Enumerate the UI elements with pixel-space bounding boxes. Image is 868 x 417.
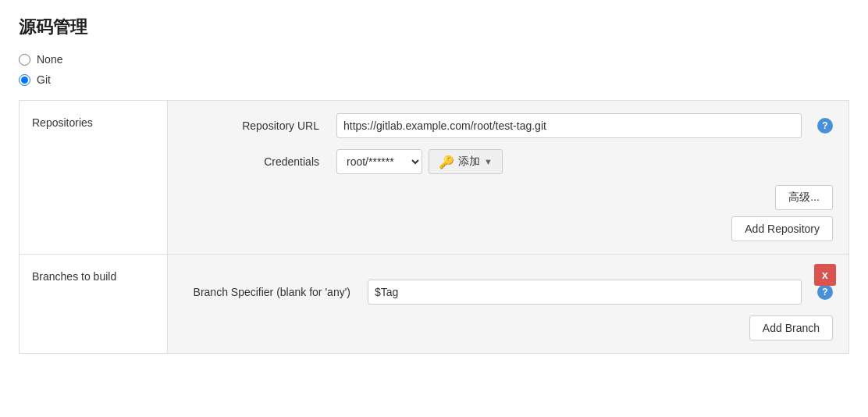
add-repository-button[interactable]: Add Repository xyxy=(731,216,833,241)
branch-help-icon[interactable]: ? xyxy=(817,284,833,300)
add-branch-btn-row: Add Branch xyxy=(187,315,833,340)
add-credentials-label: 添加 xyxy=(458,155,480,169)
credentials-controls: root/****** 🔑 添加 ▼ xyxy=(336,149,833,174)
branches-section-label: Branches to build xyxy=(20,255,168,353)
repo-url-label: Repository URL xyxy=(187,119,327,132)
dropdown-arrow-icon: ▼ xyxy=(484,157,493,166)
branches-section-content: x Branch Specifier (blank for 'any') ? A… xyxy=(168,255,848,353)
page-title: 源码管理 xyxy=(19,16,849,39)
credentials-select[interactable]: root/****** xyxy=(336,149,422,174)
radio-none-input[interactable] xyxy=(19,54,30,66)
source-control-radio-group: None Git xyxy=(19,53,849,86)
branches-section: Branches to build x Branch Specifier (bl… xyxy=(20,254,848,353)
credentials-row: Credentials root/****** 🔑 添加 ▼ xyxy=(187,149,833,174)
add-branch-button[interactable]: Add Branch xyxy=(749,315,833,340)
advanced-btn-row: 高级... xyxy=(187,185,833,210)
repo-url-row: Repository URL ? xyxy=(187,113,833,138)
branch-specifier-row: Branch Specifier (blank for 'any') ? xyxy=(187,280,833,305)
credentials-label: Credentials xyxy=(187,155,327,168)
add-repo-btn-row: Add Repository xyxy=(187,216,833,241)
radio-git-input[interactable] xyxy=(19,74,30,86)
delete-branch-button[interactable]: x xyxy=(814,264,836,286)
repositories-section-label: Repositories xyxy=(20,101,168,254)
add-credentials-button[interactable]: 🔑 添加 ▼ xyxy=(429,149,503,174)
radio-none-label: None xyxy=(37,53,62,66)
advanced-button[interactable]: 高级... xyxy=(775,185,833,210)
radio-git[interactable]: Git xyxy=(19,73,849,86)
branch-specifier-label: Branch Specifier (blank for 'any') xyxy=(187,286,358,298)
key-icon: 🔑 xyxy=(439,155,454,169)
radio-none[interactable]: None xyxy=(19,53,849,66)
repositories-section-content: Repository URL ? Credentials root/******… xyxy=(168,101,848,254)
sections-container: Repositories Repository URL ? Credential… xyxy=(19,100,849,354)
repo-url-input[interactable] xyxy=(336,113,802,138)
radio-git-label: Git xyxy=(37,73,51,86)
branch-specifier-input[interactable] xyxy=(368,280,802,305)
repo-url-help-icon[interactable]: ? xyxy=(817,118,833,134)
repositories-section: Repositories Repository URL ? Credential… xyxy=(20,101,848,254)
